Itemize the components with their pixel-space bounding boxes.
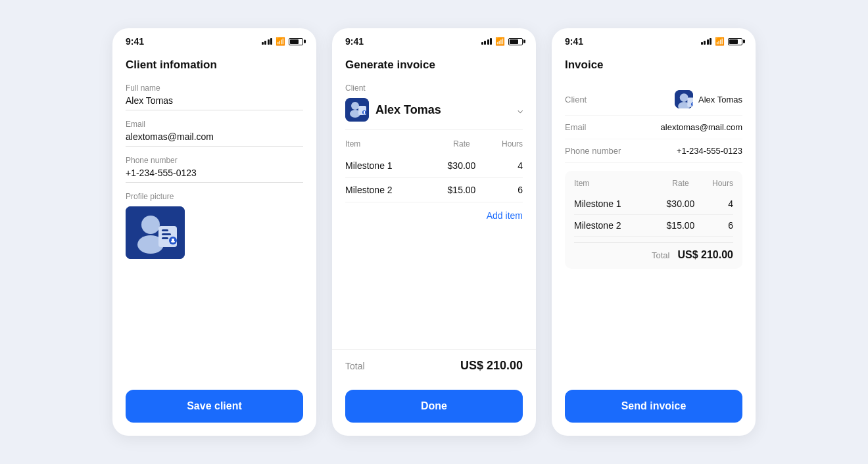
wifi-icon-1: 📶: [276, 37, 285, 46]
total-label-2: Total: [345, 361, 365, 371]
row2-hours: 6: [490, 185, 523, 195]
signal-icon-3: [701, 38, 712, 45]
table-row-2: Milestone 2 $15.00 6: [345, 178, 523, 202]
table-row-1: Milestone 1 $30.00 4: [345, 154, 523, 178]
client-info-card: 9:41 📶 Client infomation Full name Alex …: [112, 28, 316, 436]
battery-icon-1: [289, 38, 303, 45]
client-name-2: Alex Tomas: [375, 103, 511, 117]
row2-item: Milestone 2: [345, 185, 433, 195]
client-info-content: Client infomation Full name Alex Tomas E…: [112, 52, 316, 436]
status-icons-2: 📶: [481, 37, 523, 46]
invoice-client-avatar: [675, 90, 693, 108]
full-name-label: Full name: [126, 83, 303, 93]
inv-row2-item: Milestone 2: [574, 220, 661, 231]
generate-invoice-title: Generate invoice: [345, 58, 523, 72]
row1-item: Milestone 1: [345, 160, 433, 171]
inv-row2-hours: 6: [700, 220, 733, 231]
svg-rect-9: [171, 241, 175, 243]
invoice-client-label: Client: [565, 95, 587, 104]
invoice-items-header: Item Rate Hours: [574, 179, 733, 188]
row1-rate: $30.00: [439, 160, 485, 171]
invoice-table-header-2: Item Rate Hours: [345, 139, 523, 149]
status-icons-1: 📶: [262, 37, 304, 46]
invoice-total-row: Total US$ 210.00: [574, 242, 733, 261]
phone-group: Phone number +1-234-555-0123: [126, 156, 303, 183]
svg-point-17: [680, 93, 688, 102]
time-1: 9:41: [126, 36, 144, 47]
total-section-2: Total US$ 210.00: [332, 349, 536, 382]
done-button[interactable]: Done: [345, 390, 523, 423]
invoice-client-row: Client Alex Tomas: [565, 83, 742, 116]
inv-row1-hours: 4: [700, 198, 733, 209]
signal-icon-2: [481, 38, 493, 45]
inv-row-2: Milestone 2 $15.00 6: [574, 215, 733, 237]
svg-rect-4: [162, 229, 168, 231]
invoice-phone-row: Phone number +1-234-555-0123: [565, 139, 742, 163]
chevron-down-icon-2: ⌵: [518, 104, 523, 115]
client-selector[interactable]: Alex Tomas ⌵: [345, 98, 523, 130]
profile-picture-label: Profile picture: [126, 192, 303, 201]
inv-row2-rate: $15.00: [661, 220, 700, 231]
save-client-btn-container: Save client: [126, 379, 303, 423]
send-invoice-btn-container: Send invoice: [565, 379, 742, 423]
email-value: alextomas@mail.com: [126, 131, 303, 147]
generate-invoice-content: Generate invoice Client Alex Tomas ⌵: [332, 52, 536, 349]
invoice-total-label: Total: [652, 250, 669, 260]
generate-invoice-card: 9:41 📶 Generate invoice Client: [332, 28, 536, 436]
invoice-card: 9:41 📶 Invoice Client: [552, 28, 756, 436]
client-info-title: Client infomation: [126, 58, 303, 72]
inv-row-1: Milestone 1 $30.00 4: [574, 193, 733, 215]
time-3: 9:41: [565, 36, 583, 47]
inv-col-hours: Hours: [700, 179, 733, 188]
svg-rect-5: [162, 233, 171, 235]
full-name-value: Alex Tomas: [126, 95, 303, 110]
svg-point-1: [141, 216, 160, 234]
total-value-2: US$ 210.00: [460, 359, 523, 373]
status-bar-3: 9:41 📶: [552, 28, 756, 52]
invoice-client-name: Alex Tomas: [698, 95, 742, 104]
svg-rect-6: [162, 237, 168, 239]
battery-icon-3: [728, 38, 742, 45]
inv-row1-item: Milestone 1: [574, 198, 661, 209]
wifi-icon-3: 📶: [715, 37, 725, 46]
phone-label: Phone number: [126, 156, 303, 165]
col-item-2: Item: [345, 139, 433, 149]
inv-row1-rate: $30.00: [661, 198, 700, 209]
row2-rate: $15.00: [439, 185, 485, 195]
email-label: Email: [126, 120, 303, 129]
invoice-items-section: Item Rate Hours Milestone 1 $30.00 4 Mil…: [565, 171, 742, 269]
full-name-group: Full name Alex Tomas: [126, 83, 303, 110]
invoice-email-row: Email alextomas@mail.com: [565, 116, 742, 139]
signal-icon-1: [262, 38, 273, 45]
time-2: 9:41: [345, 36, 364, 47]
client-avatar-2: [345, 98, 369, 122]
invoice-total-value: US$ 210.00: [677, 249, 733, 261]
invoice-title: Invoice: [565, 58, 742, 72]
profile-picture-group: Profile picture: [126, 192, 303, 259]
email-group: Email alextomas@mail.com: [126, 120, 303, 147]
invoice-phone-label: Phone number: [565, 146, 621, 156]
wifi-icon-2: 📶: [495, 37, 505, 46]
invoice-email-value: alextomas@mail.com: [661, 122, 742, 132]
screens-container: 9:41 📶 Client infomation Full name Alex …: [73, 2, 795, 462]
svg-rect-21: [692, 103, 693, 106]
phone-value: +1-234-555-0123: [126, 168, 303, 183]
inv-col-rate: Rate: [661, 179, 700, 188]
col-hours-2: Hours: [490, 139, 523, 149]
save-client-button[interactable]: Save client: [126, 390, 303, 423]
invoice-table-2: Item Rate Hours Milestone 1 $30.00 4 Mil…: [345, 139, 523, 221]
add-item-button[interactable]: Add item: [345, 202, 523, 221]
profile-picture: [126, 206, 185, 259]
invoice-email-label: Email: [565, 122, 587, 132]
col-rate-2: Rate: [439, 139, 485, 149]
status-bar-1: 9:41 📶: [112, 28, 316, 52]
send-invoice-button[interactable]: Send invoice: [565, 390, 742, 423]
invoice-client-value: Alex Tomas: [675, 90, 742, 108]
row1-hours: 4: [490, 160, 523, 171]
status-bar-2: 9:41 📶: [332, 28, 536, 52]
invoice-content: Invoice Client Alex Tomas: [552, 52, 756, 436]
svg-point-11: [351, 102, 359, 110]
done-btn-container: Done: [332, 382, 536, 436]
inv-col-item: Item: [574, 179, 661, 188]
battery-icon-2: [508, 38, 523, 45]
